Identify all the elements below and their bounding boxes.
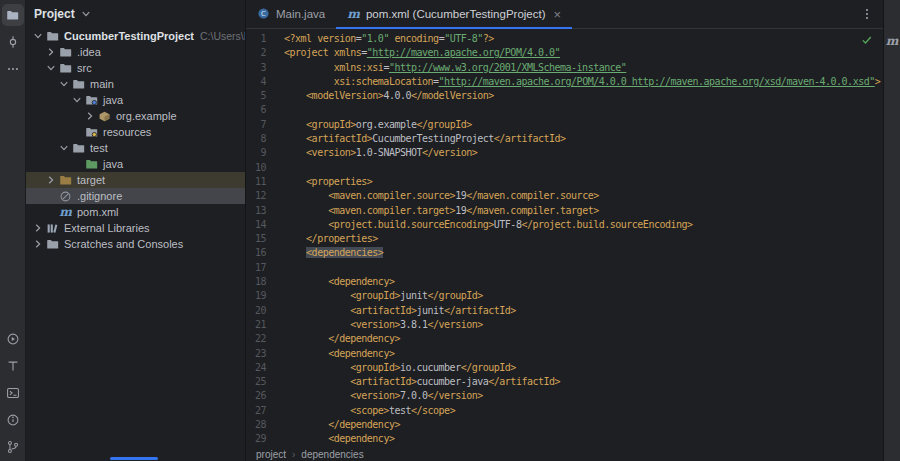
- code-line-26: <version>7.0.0</version>: [284, 389, 883, 403]
- folder-test-icon: [84, 157, 99, 171]
- class-icon: C: [257, 7, 270, 22]
- line-number: 20: [246, 304, 266, 318]
- chevron-down-icon[interactable]: [58, 79, 70, 89]
- chevron-right-icon[interactable]: [84, 111, 96, 121]
- project-panel-title: Project: [34, 7, 75, 21]
- code-line-13: <maven.compiler.target>19</maven.compile…: [284, 204, 883, 218]
- folder-icon: [58, 61, 73, 75]
- project-tree: CucumberTestingProjectC:\Users\HP\Ide.id…: [26, 28, 245, 252]
- project-path: C:\Users\HP\Ide: [200, 30, 246, 42]
- chevron-right-icon[interactable]: [32, 239, 44, 249]
- line-number: 16: [246, 246, 266, 260]
- code-line-1: <?xml version="1.0" encoding="UTF-8"?>: [284, 32, 883, 46]
- tree-item-java[interactable]: java: [26, 92, 245, 108]
- folder-src-icon: [84, 93, 99, 107]
- code-line-22: </dependency>: [284, 332, 883, 346]
- chevron-right-icon[interactable]: [32, 223, 44, 233]
- activity-bar-top: [2, 4, 24, 80]
- chevron-down-icon[interactable]: [58, 143, 70, 153]
- horizontal-scrollbar-thumb[interactable]: [110, 457, 158, 460]
- tree-item-external-libraries[interactable]: External Libraries: [26, 220, 245, 236]
- editor-tab-bar: CMain.javampom.xml (CucumberTestingProje…: [246, 0, 883, 29]
- code-line-10: [284, 161, 883, 175]
- tree-item-target[interactable]: target: [26, 172, 245, 188]
- breadcrumb-project[interactable]: project: [256, 449, 286, 460]
- breadcrumbs: project›dependencies: [246, 447, 883, 461]
- line-number: 13: [246, 204, 266, 218]
- chevron-right-icon[interactable]: [45, 47, 57, 57]
- line-number: 4: [246, 75, 266, 89]
- code-line-12: <maven.compiler.source>19</maven.compile…: [284, 189, 883, 203]
- project-folder-icon[interactable]: [2, 4, 24, 26]
- line-number: 10: [246, 161, 266, 175]
- code-line-6: [284, 103, 883, 117]
- project-panel-header[interactable]: Project: [26, 0, 245, 28]
- git-branch-icon[interactable]: [2, 436, 24, 458]
- chevron-down-icon[interactable]: [45, 63, 57, 73]
- ide-window: Project CucumberTestingProjectC:\Users\H…: [0, 0, 900, 461]
- library-icon: [45, 221, 60, 235]
- code-line-24: <groupId>io.cucumber</groupId>: [284, 361, 883, 375]
- code-line-4: xsi:schemaLocation="http://maven.apache.…: [284, 75, 883, 89]
- line-number: 17: [246, 261, 266, 275]
- commit-icon[interactable]: [2, 31, 24, 53]
- tree-item-label: resources: [103, 126, 151, 138]
- editor-body: 1234567891011121314151617181920212223242…: [246, 29, 883, 447]
- tab-pom-xml-cucumbertestingproject[interactable]: mpom.xml (CucumberTestingProject)×: [336, 0, 572, 28]
- line-number: 7: [246, 118, 266, 132]
- tab-label: Main.java: [276, 8, 325, 20]
- line-number: 6: [246, 103, 266, 117]
- maven-tool-button[interactable]: m: [886, 34, 899, 48]
- tree-item-scratches-and-consoles[interactable]: Scratches and Consoles: [26, 236, 245, 252]
- editor-area: CMain.javampom.xml (CucumberTestingProje…: [246, 0, 883, 461]
- terminal-icon[interactable]: [2, 382, 24, 404]
- tree-item-resources[interactable]: resources: [26, 124, 245, 140]
- inspections-ok-icon[interactable]: [861, 32, 873, 50]
- editor[interactable]: 1234567891011121314151617181920212223242…: [246, 29, 883, 447]
- code-line-25: <artifactId>cucumber-java</artifactId>: [284, 375, 883, 389]
- line-number: 8: [246, 132, 266, 146]
- code-line-19: <groupId>junit</groupId>: [284, 289, 883, 303]
- tree-item-cucumbertestingproject[interactable]: CucumberTestingProjectC:\Users\HP\Ide: [26, 28, 245, 44]
- ignored-file-icon: [58, 189, 73, 203]
- code-line-5: <modelVersion>4.0.0</modelVersion>: [284, 89, 883, 103]
- breadcrumb-dependencies[interactable]: dependencies: [301, 449, 363, 460]
- services-icon[interactable]: [2, 328, 24, 350]
- tree-item-org-example[interactable]: org.example: [26, 108, 245, 124]
- tree-item-gitignore[interactable]: .gitignore: [26, 188, 245, 204]
- line-number: 26: [246, 389, 266, 403]
- tree-item-java[interactable]: java: [26, 156, 245, 172]
- tree-item-pom-xml[interactable]: mpom.xml: [26, 204, 245, 220]
- code-line-14: <project.build.sourceEncoding>UTF-8</pro…: [284, 218, 883, 232]
- line-number: 28: [246, 418, 266, 432]
- line-number: 12: [246, 189, 266, 203]
- close-icon[interactable]: ×: [554, 8, 562, 21]
- tree-item-src[interactable]: src: [26, 60, 245, 76]
- tree-item-idea[interactable]: .idea: [26, 44, 245, 60]
- todo-icon[interactable]: [2, 355, 24, 377]
- line-number: 18: [246, 275, 266, 289]
- chevron-down-icon[interactable]: [32, 31, 44, 41]
- more-options-icon[interactable]: [859, 6, 875, 22]
- chevron-right-icon[interactable]: [45, 175, 57, 185]
- code-line-23: <dependency>: [284, 347, 883, 361]
- line-number: 29: [246, 432, 266, 446]
- code-line-18: <dependency>: [284, 275, 883, 289]
- more-h-icon[interactable]: [2, 58, 24, 80]
- tree-item-main[interactable]: main: [26, 76, 245, 92]
- code-line-11: <properties>: [284, 175, 883, 189]
- problems-icon[interactable]: [2, 409, 24, 431]
- line-number-gutter: 1234567891011121314151617181920212223242…: [246, 29, 274, 447]
- scratches-icon: [45, 237, 60, 251]
- chevron-down-icon[interactable]: [71, 95, 83, 105]
- tree-item-label: org.example: [116, 110, 177, 122]
- chevron-down-icon: [80, 9, 92, 19]
- tree-item-label: Scratches and Consoles: [64, 238, 183, 250]
- tree-item-test[interactable]: test: [26, 140, 245, 156]
- tab-main-java[interactable]: CMain.java: [246, 0, 336, 28]
- line-number: 27: [246, 404, 266, 418]
- tree-item-label: target: [77, 174, 105, 186]
- svg-text:C: C: [261, 10, 266, 18]
- tab-label: pom.xml (CucumberTestingProject): [366, 8, 546, 20]
- code-line-15: </properties>: [284, 232, 883, 246]
